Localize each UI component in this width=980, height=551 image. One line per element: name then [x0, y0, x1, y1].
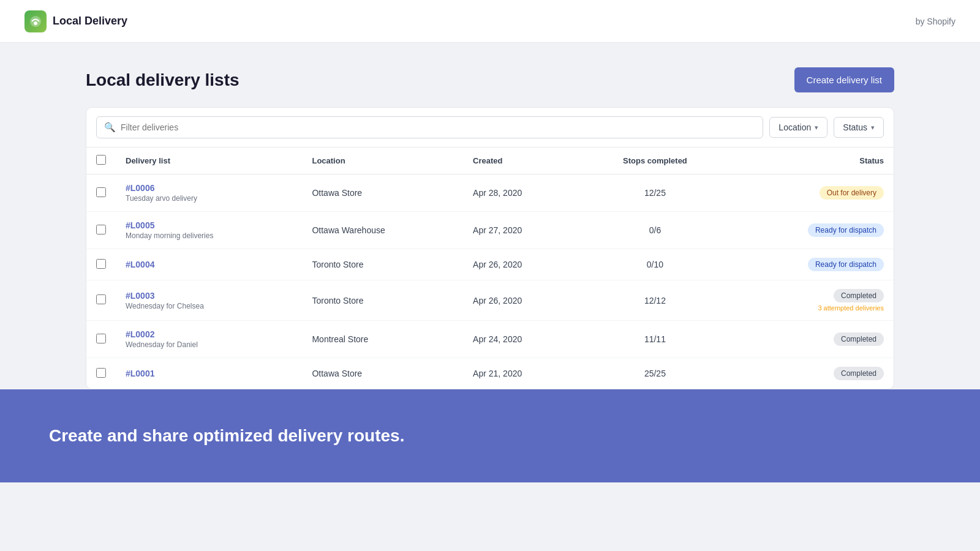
table-row: #L0002 Wednesday for Daniel Montreal Sto… — [86, 321, 894, 358]
row-checkbox-cell — [86, 358, 116, 389]
delivery-list-cell: #L0002 Wednesday for Daniel — [116, 321, 302, 358]
status-cell: Ready for dispatch — [728, 212, 894, 249]
created-cell: Apr 27, 2020 — [463, 212, 582, 249]
stops-cell: 11/11 — [582, 321, 728, 358]
page-header: Local delivery lists Create delivery lis… — [86, 67, 894, 92]
app-name: Local Delivery — [53, 15, 127, 28]
delivery-list-cell: #L0006 Tuesday arvo delivery — [116, 174, 302, 212]
footer-text: Create and share optimized delivery rout… — [49, 426, 931, 446]
col-header-delivery-list: Delivery list — [116, 148, 302, 174]
status-badge: Ready for dispatch — [808, 223, 884, 237]
location-chevron-icon: ▾ — [815, 124, 818, 132]
delivery-id-link[interactable]: #L0001 — [126, 369, 292, 378]
table-header: Delivery list Location Created Stops com… — [86, 148, 894, 174]
stops-cell: 12/25 — [582, 174, 728, 212]
row-checkbox-1[interactable] — [96, 225, 106, 234]
select-all-checkbox[interactable] — [96, 155, 106, 165]
status-badge: Ready for dispatch — [808, 258, 884, 271]
delivery-list-cell: #L0005 Monday morning deliveries — [116, 212, 302, 249]
stops-cell: 25/25 — [582, 358, 728, 389]
status-filter-label: Status — [843, 122, 867, 132]
row-checkbox-0[interactable] — [96, 187, 106, 197]
delivery-id-link[interactable]: #L0003 — [126, 291, 292, 301]
stops-cell: 0/6 — [582, 212, 728, 249]
status-chevron-icon: ▾ — [871, 124, 875, 132]
search-wrapper: 🔍 — [96, 116, 763, 138]
status-cell: Completed 3 attempted deliveries — [728, 280, 894, 321]
row-checkbox-cell — [86, 212, 116, 249]
svg-point-1 — [34, 21, 37, 25]
delivery-list-cell: #L0004 — [116, 249, 302, 280]
page-title: Local delivery lists — [86, 70, 239, 90]
status-badge: Out for delivery — [820, 186, 884, 200]
created-cell: Apr 24, 2020 — [463, 321, 582, 358]
delivery-subtitle: Tuesday arvo delivery — [126, 194, 292, 203]
location-cell: Toronto Store — [302, 249, 463, 280]
table-body: #L0006 Tuesday arvo delivery Ottawa Stor… — [86, 174, 894, 389]
table-row: #L0006 Tuesday arvo delivery Ottawa Stor… — [86, 174, 894, 212]
row-checkbox-cell — [86, 280, 116, 321]
location-filter-label: Location — [778, 122, 811, 132]
app-icon — [24, 10, 47, 32]
delivery-list-cell: #L0003 Wednesday for Chelsea — [116, 280, 302, 321]
location-cell: Ottawa Warehouse — [302, 212, 463, 249]
created-cell: Apr 26, 2020 — [463, 280, 582, 321]
table-row: #L0004 Toronto Store Apr 26, 2020 0/10 R… — [86, 249, 894, 280]
location-filter-button[interactable]: Location ▾ — [769, 117, 827, 138]
delivery-table: Delivery list Location Created Stops com… — [86, 148, 894, 389]
row-checkbox-3[interactable] — [96, 294, 106, 304]
create-delivery-list-button[interactable]: Create delivery list — [794, 67, 894, 92]
by-shopify-label: by Shopify — [916, 17, 956, 26]
table-row: #L0003 Wednesday for Chelsea Toronto Sto… — [86, 280, 894, 321]
delivery-subtitle: Wednesday for Chelsea — [126, 302, 292, 310]
table-row: #L0001 Ottawa Store Apr 21, 2020 25/25 C… — [86, 358, 894, 389]
location-cell: Toronto Store — [302, 280, 463, 321]
location-cell: Montreal Store — [302, 321, 463, 358]
status-cell: Completed — [728, 358, 894, 389]
created-cell: Apr 26, 2020 — [463, 249, 582, 280]
stops-cell: 12/12 — [582, 280, 728, 321]
row-checkbox-2[interactable] — [96, 259, 106, 269]
delivery-id-link[interactable]: #L0004 — [126, 260, 292, 269]
main-content: Local delivery lists Create delivery lis… — [61, 43, 919, 389]
delivery-id-link[interactable]: #L0006 — [126, 183, 292, 193]
status-cell: Ready for dispatch — [728, 249, 894, 280]
attempted-deliveries-note: 3 attempted deliveries — [737, 304, 884, 312]
row-checkbox-5[interactable] — [96, 368, 106, 378]
search-input[interactable] — [121, 122, 755, 132]
delivery-list-table-container: 🔍 Location ▾ Status ▾ Delivery list — [86, 107, 894, 389]
status-badge: Completed — [834, 367, 884, 380]
table-row: #L0005 Monday morning deliveries Ottawa … — [86, 212, 894, 249]
search-icon: 🔍 — [104, 122, 116, 133]
location-cell: Ottawa Store — [302, 358, 463, 389]
delivery-subtitle: Monday morning deliveries — [126, 231, 292, 240]
col-header-created: Created — [463, 148, 582, 174]
filter-bar: 🔍 Location ▾ Status ▾ — [86, 108, 894, 148]
status-cell: Out for delivery — [728, 174, 894, 212]
row-checkbox-4[interactable] — [96, 334, 106, 343]
status-badge: Completed — [834, 289, 884, 302]
delivery-id-link[interactable]: #L0005 — [126, 220, 292, 230]
created-cell: Apr 21, 2020 — [463, 358, 582, 389]
header-left: Local Delivery — [24, 10, 127, 32]
row-checkbox-cell — [86, 321, 116, 358]
row-checkbox-cell — [86, 249, 116, 280]
created-cell: Apr 28, 2020 — [463, 174, 582, 212]
col-header-stops: Stops completed — [582, 148, 728, 174]
footer-banner: Create and share optimized delivery rout… — [0, 389, 980, 482]
stops-cell: 0/10 — [582, 249, 728, 280]
delivery-subtitle: Wednesday for Daniel — [126, 340, 292, 349]
col-header-location: Location — [302, 148, 463, 174]
row-checkbox-cell — [86, 174, 116, 212]
select-all-header — [86, 148, 116, 174]
delivery-id-link[interactable]: #L0002 — [126, 329, 292, 339]
delivery-list-cell: #L0001 — [116, 358, 302, 389]
app-header: Local Delivery by Shopify — [0, 0, 980, 43]
status-badge: Completed — [834, 332, 884, 346]
location-cell: Ottawa Store — [302, 174, 463, 212]
status-filter-button[interactable]: Status ▾ — [834, 117, 884, 138]
col-header-status: Status — [728, 148, 894, 174]
status-cell: Completed — [728, 321, 894, 358]
